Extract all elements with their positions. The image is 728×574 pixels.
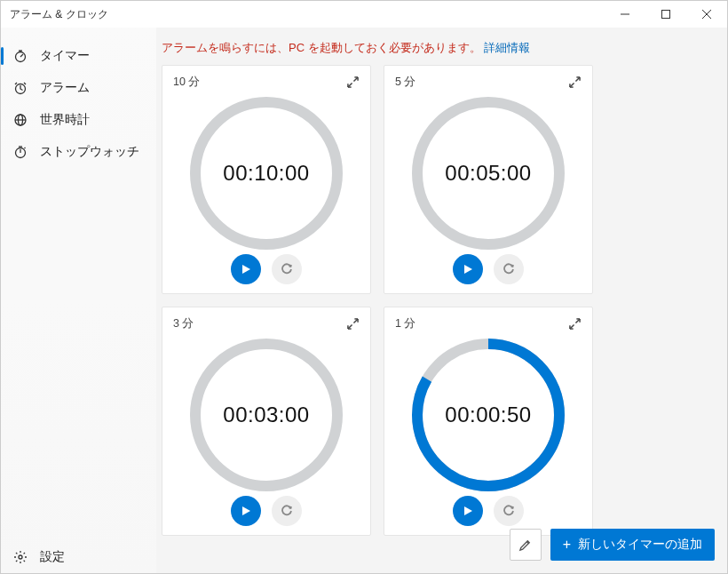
reset-button[interactable]: [494, 254, 524, 284]
timer-icon: [13, 49, 28, 63]
reset-button[interactable]: [272, 496, 302, 526]
sidebar-item-stopwatch[interactable]: ストップウォッチ: [1, 136, 156, 168]
timer-title: 5 分: [395, 75, 415, 90]
sidebar-item-label: アラーム: [40, 80, 90, 96]
play-button[interactable]: [453, 496, 483, 526]
window-title: アラーム & クロック: [1, 7, 108, 22]
notice-link[interactable]: 詳細情報: [484, 41, 530, 54]
sidebar-item-label: タイマー: [40, 48, 90, 64]
maximize-button[interactable]: [645, 1, 686, 28]
expand-button[interactable]: [344, 315, 361, 332]
svg-rect-1: [662, 11, 670, 19]
add-timer-button[interactable]: + 新しいタイマーの追加: [550, 529, 715, 561]
timer-time: 00:10:00: [187, 94, 345, 252]
plus-icon: +: [563, 538, 571, 552]
alarm-icon: [13, 81, 28, 95]
main-content: アラームを鳴らすには、PC を起動しておく必要があります。 詳細情報 10 分 …: [156, 28, 727, 573]
gear-icon: [13, 550, 28, 564]
notice-bar: アラームを鳴らすには、PC を起動しておく必要があります。 詳細情報: [156, 28, 727, 65]
reset-button[interactable]: [494, 496, 524, 526]
timer-time: 00:00:50: [409, 336, 567, 494]
timer-title: 3 分: [173, 316, 194, 331]
timer-card: 3 分 00:03:00: [162, 307, 371, 536]
play-button[interactable]: [453, 254, 483, 284]
sidebar-item-worldclock[interactable]: 世界時計: [1, 104, 156, 136]
close-button[interactable]: [686, 1, 727, 28]
timer-title: 10 分: [173, 75, 200, 90]
timer-card: 5 分 00:05:00: [384, 65, 593, 294]
reset-button[interactable]: [272, 254, 302, 284]
timer-time: 00:05:00: [409, 94, 567, 252]
timer-card: 1 分 00:00:50: [384, 307, 593, 536]
sidebar-item-timer[interactable]: タイマー: [1, 40, 156, 72]
sidebar-item-settings[interactable]: 設定: [1, 541, 156, 573]
expand-button[interactable]: [566, 73, 583, 91]
sidebar: タイマー アラーム 世界時計: [1, 28, 156, 573]
play-button[interactable]: [231, 496, 261, 526]
minimize-button[interactable]: [605, 1, 645, 28]
notice-text: アラームを鳴らすには、PC を起動しておく必要があります。: [162, 41, 484, 54]
timer-time: 00:03:00: [187, 336, 345, 494]
globe-icon: [13, 113, 28, 127]
expand-button[interactable]: [344, 73, 361, 91]
titlebar: アラーム & クロック: [1, 1, 727, 28]
stopwatch-icon: [13, 145, 28, 159]
sidebar-item-alarm[interactable]: アラーム: [1, 72, 156, 104]
sidebar-item-label: ストップウォッチ: [40, 144, 139, 160]
play-button[interactable]: [231, 254, 261, 284]
add-timer-label: 新しいタイマーの追加: [578, 537, 702, 553]
edit-button[interactable]: [510, 529, 542, 561]
svg-point-9: [19, 555, 22, 559]
sidebar-item-label: 設定: [40, 549, 65, 565]
sidebar-item-label: 世界時計: [40, 112, 90, 128]
timer-title: 1 分: [395, 316, 415, 331]
timer-card: 10 分 00:10:00: [162, 65, 371, 294]
expand-button[interactable]: [566, 315, 583, 332]
